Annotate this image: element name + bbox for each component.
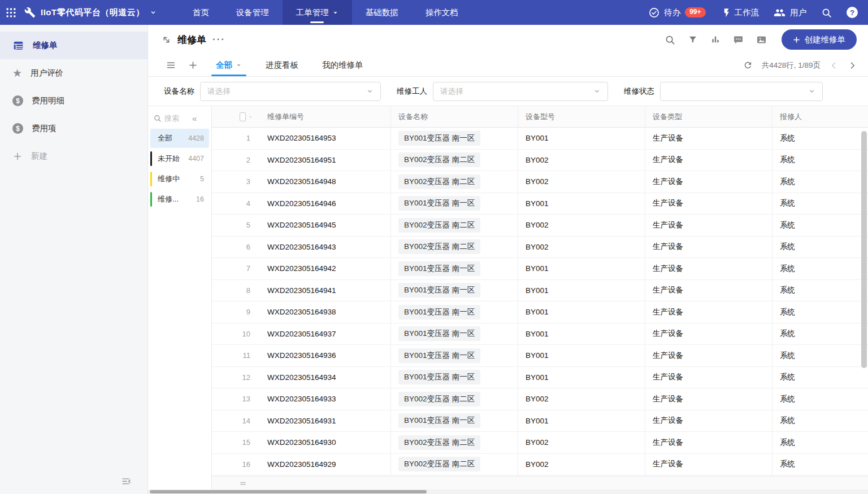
cell-reporter[interactable]: 系统 xyxy=(772,258,868,279)
cell-reporter[interactable]: 系统 xyxy=(772,280,868,301)
table-row[interactable]: 14 WXD202305164931 BY001变压器 南一区 BY001 生产… xyxy=(212,410,868,432)
cell-reporter[interactable]: 系统 xyxy=(772,345,868,366)
workflow-button[interactable]: 工作流 xyxy=(721,7,760,18)
cell-reporter[interactable]: 系统 xyxy=(772,323,868,345)
cell-order-no[interactable]: WXD202305164933 xyxy=(260,388,390,410)
cell-reporter[interactable]: 系统 xyxy=(772,193,868,215)
add-view-icon[interactable] xyxy=(184,60,202,70)
statistics-chart-icon[interactable] xyxy=(710,34,721,45)
device-name-tag[interactable]: BY001变压器 南一区 xyxy=(398,348,480,363)
cell-device-type[interactable]: 生产设备 xyxy=(645,301,772,323)
cell-order-no[interactable]: WXD202305164936 xyxy=(260,345,390,366)
cell-order-no[interactable]: WXD202305164948 xyxy=(260,171,390,193)
table-row[interactable]: 12 WXD202305164934 BY001变压器 南一区 BY001 生产… xyxy=(212,367,868,389)
sidebar-item-user-reviews[interactable]: ★ 用户评价 xyxy=(0,59,147,87)
cell-device-model[interactable]: BY001 xyxy=(518,258,645,279)
cell-device-model[interactable]: BY001 xyxy=(518,193,645,215)
col-header-device-type[interactable]: 设备类型 xyxy=(645,106,772,127)
cell-device-model[interactable]: BY001 xyxy=(518,345,645,366)
vertical-scrollbar[interactable] xyxy=(861,131,867,368)
cell-reporter[interactable]: 系统 xyxy=(772,388,868,410)
table-row[interactable]: 6 WXD202305164943 BY002变压器 南二区 BY002 生产设… xyxy=(212,237,868,259)
device-name-select[interactable]: 请选择 xyxy=(200,82,381,101)
cell-reporter[interactable]: 系统 xyxy=(772,367,868,388)
cell-device-type[interactable]: 生产设备 xyxy=(645,128,772,149)
col-header-device-name[interactable]: 设备名称 xyxy=(390,106,518,127)
table-row[interactable]: 8 WXD202305164941 BY001变压器 南一区 BY001 生产设… xyxy=(212,280,868,302)
prev-page-icon[interactable] xyxy=(830,61,839,70)
cell-order-no[interactable]: WXD202305164951 xyxy=(260,150,390,171)
col-header-reporter[interactable]: 报修人 xyxy=(772,106,868,127)
cell-device-model[interactable]: BY002 xyxy=(518,432,645,453)
cell-reporter[interactable]: 系统 xyxy=(772,432,868,453)
cell-reporter[interactable]: 系统 xyxy=(772,128,868,149)
table-row[interactable]: 13 WXD202305164933 BY002变压器 南二区 BY002 生产… xyxy=(212,388,868,410)
col-header-order-no[interactable]: 维修单编号 xyxy=(260,106,390,127)
cell-order-no[interactable]: WXD202305164946 xyxy=(260,193,390,215)
more-menu-icon[interactable]: ··· xyxy=(212,34,225,45)
cell-order-no[interactable]: WXD202305164931 xyxy=(260,410,390,432)
cell-device-model[interactable]: BY001 xyxy=(518,323,645,345)
collapse-group-panel-icon[interactable]: « xyxy=(192,113,197,123)
attachments-image-icon[interactable] xyxy=(756,34,767,45)
cell-device-model[interactable]: BY001 xyxy=(518,280,645,301)
summary-icon[interactable] xyxy=(239,479,247,487)
horizontal-scrollbar[interactable] xyxy=(150,490,427,493)
collapse-sidebar-icon[interactable] xyxy=(121,476,132,487)
tab-progress-board[interactable]: 进度看板 xyxy=(255,54,309,76)
device-name-tag[interactable]: BY001变压器 南一区 xyxy=(398,370,480,384)
chevron-down-icon[interactable] xyxy=(249,114,253,120)
table-row[interactable]: 10 WXD202305164937 BY001变压器 南一区 BY001 生产… xyxy=(212,323,868,346)
group-search-input[interactable] xyxy=(164,114,188,123)
cell-reporter[interactable]: 系统 xyxy=(772,301,868,323)
device-name-tag[interactable]: BY002变压器 南二区 xyxy=(398,457,480,471)
device-name-tag[interactable]: BY002变压器 南二区 xyxy=(398,239,480,254)
cell-device-type[interactable]: 生产设备 xyxy=(645,193,772,215)
app-brand[interactable]: IIoT零代码平台（明道云） xyxy=(24,7,157,18)
cell-device-model[interactable]: BY002 xyxy=(518,215,645,236)
group-item-not-started[interactable]: 未开始 4407 xyxy=(150,149,209,168)
device-name-tag[interactable]: BY001变压器 南一区 xyxy=(398,305,480,320)
refresh-icon[interactable] xyxy=(743,60,753,70)
device-name-tag[interactable]: BY001变压器 南一区 xyxy=(398,196,480,211)
device-name-tag[interactable]: BY001变压器 南一区 xyxy=(398,413,480,428)
cell-device-type[interactable]: 生产设备 xyxy=(645,367,772,388)
table-row[interactable]: 11 WXD202305164936 BY001变压器 南一区 BY001 生产… xyxy=(212,345,868,367)
cell-device-type[interactable]: 生产设备 xyxy=(645,237,772,258)
users-button[interactable]: 用户 xyxy=(774,7,806,19)
cell-device-type[interactable]: 生产设备 xyxy=(645,454,772,475)
cell-device-type[interactable]: 生产设备 xyxy=(645,323,772,345)
todo-button[interactable]: 待办 99+ xyxy=(649,7,705,18)
group-item-completed[interactable]: 维修... 16 xyxy=(150,190,209,209)
apps-grid-icon[interactable] xyxy=(6,7,16,18)
cell-order-no[interactable]: WXD202305164953 xyxy=(260,128,390,149)
cell-device-type[interactable]: 生产设备 xyxy=(645,280,772,301)
device-name-tag[interactable]: BY002变压器 南二区 xyxy=(398,392,480,406)
cell-reporter[interactable]: 系统 xyxy=(772,215,868,236)
table-row[interactable]: 9 WXD202305164938 BY001变压器 南一区 BY001 生产设… xyxy=(212,301,868,323)
discussion-icon[interactable] xyxy=(733,34,744,45)
group-item-in-repair[interactable]: 维修中 5 xyxy=(150,169,209,189)
cell-device-model[interactable]: BY002 xyxy=(518,171,645,193)
help-icon[interactable]: ? xyxy=(847,7,858,18)
table-row[interactable]: 4 WXD202305164946 BY001变压器 南一区 BY001 生产设… xyxy=(212,193,868,215)
cell-device-model[interactable]: BY001 xyxy=(518,301,645,323)
cell-device-type[interactable]: 生产设备 xyxy=(645,388,772,410)
cell-order-no[interactable]: WXD202305164945 xyxy=(260,215,390,236)
cell-device-type[interactable]: 生产设备 xyxy=(645,432,772,453)
tab-all[interactable]: 全部 xyxy=(206,54,252,76)
device-name-tag[interactable]: BY001变压器 南一区 xyxy=(398,283,480,298)
table-row[interactable]: 2 WXD202305164951 BY002变压器 南二区 BY002 生产设… xyxy=(212,150,868,172)
sidebar-item-new[interactable]: 新建 xyxy=(0,142,147,170)
view-list-icon[interactable] xyxy=(162,60,180,70)
nav-item-workorders[interactable]: 工单管理 xyxy=(283,0,352,25)
cell-reporter[interactable]: 系统 xyxy=(772,171,868,193)
repair-worker-select[interactable]: 请选择 xyxy=(433,82,608,101)
device-name-tag[interactable]: BY002变压器 南二区 xyxy=(398,218,480,233)
sidebar-item-cost-items[interactable]: $ 费用项 xyxy=(0,115,147,142)
table-row[interactable]: 7 WXD202305164942 BY001变压器 南一区 BY001 生产设… xyxy=(212,258,868,280)
sidebar-item-repair-orders[interactable]: 维修单 xyxy=(0,32,147,59)
cell-device-type[interactable]: 生产设备 xyxy=(645,410,772,432)
col-header-device-model[interactable]: 设备型号 xyxy=(518,106,645,127)
table-row[interactable]: 3 WXD202305164948 BY002变压器 南二区 BY002 生产设… xyxy=(212,171,868,193)
